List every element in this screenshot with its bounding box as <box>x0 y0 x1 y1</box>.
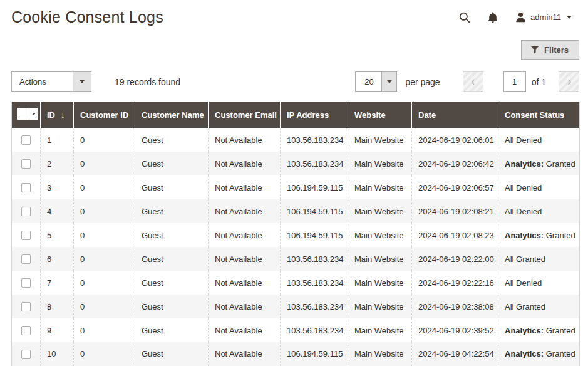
next-page-button[interactable] <box>559 71 579 92</box>
row-checkbox[interactable] <box>21 207 31 216</box>
cell-customer-name: Guest <box>135 223 209 247</box>
cell-checkbox <box>12 199 41 223</box>
current-page-input[interactable] <box>503 71 526 92</box>
cell-customer-name: Guest <box>135 342 209 366</box>
row-checkbox[interactable] <box>21 135 31 145</box>
cell-id: 7 <box>41 271 74 295</box>
row-checkbox[interactable] <box>21 231 31 240</box>
cell-date: 2024-06-19 02:22:16 <box>412 271 498 295</box>
row-checkbox[interactable] <box>21 302 31 311</box>
table-row: 1 0 Guest Not Available 103.56.183.234 M… <box>12 128 580 152</box>
column-header-website[interactable]: Website <box>348 102 412 128</box>
cell-customer-name: Guest <box>135 175 209 199</box>
cell-ip-address: 103.56.183.234 <box>281 271 348 295</box>
cell-date: 2024-06-19 02:06:57 <box>412 175 498 199</box>
cell-customer-id: 0 <box>74 271 135 295</box>
row-checkbox[interactable] <box>21 254 31 264</box>
cell-ip-address: 106.194.59.115 <box>281 175 348 199</box>
chevron-down-icon <box>567 16 572 19</box>
cell-ip-address: 103.56.183.234 <box>281 295 348 318</box>
column-header-ip-address[interactable]: IP Address <box>281 102 348 128</box>
cell-customer-name: Guest <box>135 247 209 271</box>
cell-date: 2024-06-19 02:08:23 <box>412 223 498 247</box>
cell-id: 3 <box>41 175 74 199</box>
cell-ip-address: 103.56.183.234 <box>281 152 348 175</box>
row-checkbox[interactable] <box>21 278 31 288</box>
cell-customer-email: Not Available <box>209 199 281 223</box>
cell-date: 2024-06-19 04:22:54 <box>412 342 498 366</box>
cell-customer-email: Not Available <box>209 175 281 199</box>
cell-customer-email: Not Available <box>209 223 281 247</box>
chevron-left-icon <box>469 78 477 86</box>
actions-dropdown[interactable]: Actions <box>11 71 91 92</box>
column-header-date[interactable]: Date <box>412 102 498 128</box>
cell-website: Main Website <box>348 295 412 318</box>
cell-checkbox <box>12 247 41 271</box>
previous-page-button[interactable] <box>463 71 483 92</box>
row-checkbox[interactable] <box>21 350 31 359</box>
page-header: Cookie Consent Logs admin11 <box>0 0 588 26</box>
cell-checkbox <box>12 295 41 318</box>
notification-bell-icon[interactable] <box>488 12 498 23</box>
cell-date: 2024-06-19 02:38:08 <box>412 295 498 318</box>
cell-consent-status: Analytics: Granted <box>498 342 580 366</box>
cell-checkbox <box>12 223 41 247</box>
cell-consent-status: Analytics: Granted <box>498 223 580 247</box>
cell-checkbox <box>12 342 41 366</box>
table-row: 9 0 Guest Not Available 103.56.183.234 M… <box>12 318 580 342</box>
username-label: admin11 <box>530 13 561 22</box>
select-options-caret-icon[interactable] <box>29 108 38 120</box>
table-row: 2 0 Guest Not Available 103.56.183.234 M… <box>12 152 580 175</box>
cell-customer-id: 0 <box>74 318 135 342</box>
cell-website: Main Website <box>348 175 412 199</box>
cell-id: 4 <box>41 199 74 223</box>
column-header-customer-email[interactable]: Customer Email <box>209 102 281 128</box>
row-checkbox[interactable] <box>21 326 31 335</box>
cell-website: Main Website <box>348 223 412 247</box>
cell-id: 5 <box>41 223 74 247</box>
cell-customer-id: 0 <box>74 342 135 366</box>
row-checkbox[interactable] <box>21 159 31 169</box>
filter-funnel-icon <box>530 46 539 54</box>
cell-consent-status: All Denied <box>498 199 580 223</box>
cell-ip-address: 106.194.59.115 <box>281 223 348 247</box>
records-found-label: 19 records found <box>115 77 180 87</box>
cell-consent-status: Analytics: Granted <box>498 152 580 175</box>
column-header-id[interactable]: ID↓ <box>41 102 74 128</box>
table-row: 4 0 Guest Not Available 106.194.59.115 M… <box>12 199 580 223</box>
header-actions: admin11 <box>459 12 577 23</box>
actions-dropdown-label: Actions <box>12 72 73 92</box>
cell-customer-id: 0 <box>74 175 135 199</box>
cell-ip-address: 103.56.183.234 <box>281 318 348 342</box>
column-header-consent-status[interactable]: Consent Status <box>498 102 580 128</box>
search-icon[interactable] <box>459 12 470 23</box>
cell-ip-address: 106.194.59.115 <box>281 199 348 223</box>
per-page-dropdown[interactable]: 20 <box>355 71 397 92</box>
cell-date: 2024-06-19 02:22:00 <box>412 247 498 271</box>
per-page-caret-icon <box>381 72 397 92</box>
total-pages-label: of 1 <box>532 77 546 87</box>
cell-ip-address: 106.194.59.115 <box>281 342 348 366</box>
per-page-value: 20 <box>356 72 381 92</box>
user-menu[interactable]: admin11 <box>515 12 572 23</box>
sort-descending-icon: ↓ <box>61 110 65 120</box>
chevron-right-icon <box>565 78 573 86</box>
cell-customer-name: Guest <box>135 295 209 318</box>
cell-ip-address: 103.56.183.234 <box>281 128 348 152</box>
cell-customer-email: Not Available <box>209 271 281 295</box>
column-header-customer-name[interactable]: Customer Name <box>135 102 209 128</box>
select-all-header[interactable] <box>12 102 41 128</box>
cell-customer-id: 0 <box>74 128 135 152</box>
cell-date: 2024-06-19 02:08:21 <box>412 199 498 223</box>
cell-website: Main Website <box>348 128 412 152</box>
column-header-customer-id[interactable]: Customer ID <box>74 102 135 128</box>
cell-website: Main Website <box>348 271 412 295</box>
filters-button[interactable]: Filters <box>521 40 579 60</box>
cell-website: Main Website <box>348 199 412 223</box>
cell-id: 6 <box>41 247 74 271</box>
cell-customer-name: Guest <box>135 152 209 175</box>
row-checkbox[interactable] <box>21 183 31 192</box>
select-all-checkbox[interactable] <box>17 108 29 120</box>
cell-id: 1 <box>41 128 74 152</box>
cell-website: Main Website <box>348 318 412 342</box>
